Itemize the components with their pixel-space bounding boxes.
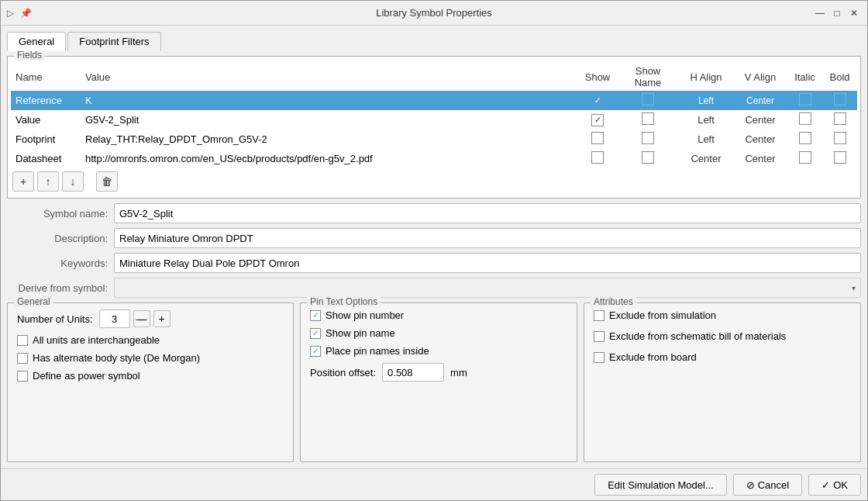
bold-checkbox[interactable] bbox=[834, 151, 846, 164]
exclude-board-label[interactable]: Exclude from board bbox=[594, 351, 697, 363]
show-pin-number-checkbox[interactable] bbox=[310, 310, 321, 321]
units-input[interactable] bbox=[99, 309, 130, 328]
halign-text: Left bbox=[698, 114, 715, 126]
bold-checkbox[interactable] bbox=[834, 93, 846, 105]
field-show-name[interactable] bbox=[617, 110, 679, 130]
field-halign[interactable]: Left bbox=[679, 91, 733, 110]
interchangeable-checkbox[interactable] bbox=[17, 335, 28, 346]
field-show-name[interactable] bbox=[617, 130, 679, 149]
move-up-button[interactable]: ↑ bbox=[37, 171, 59, 192]
close-button[interactable]: ✕ bbox=[847, 6, 861, 20]
ok-button[interactable]: ✓ OK bbox=[808, 474, 861, 496]
italic-checkbox[interactable] bbox=[799, 132, 811, 144]
exclude-simulation-label[interactable]: Exclude from simulation bbox=[594, 309, 716, 321]
table-row[interactable]: Datasheet http://omronfs.omron.com/en_US… bbox=[11, 149, 857, 168]
position-offset-input[interactable] bbox=[382, 363, 444, 382]
maximize-button[interactable]: □ bbox=[830, 6, 844, 20]
add-field-button[interactable]: + bbox=[12, 171, 34, 192]
description-label: Description: bbox=[7, 233, 108, 244]
exclude-bom-checkbox[interactable] bbox=[594, 331, 604, 342]
field-italic[interactable] bbox=[787, 110, 822, 130]
valign-button[interactable]: Center bbox=[740, 94, 780, 108]
exclude-simulation-checkbox[interactable] bbox=[594, 310, 604, 321]
exclude-simulation-row: Exclude from simulation bbox=[594, 309, 851, 321]
show-checkbox[interactable] bbox=[591, 132, 604, 144]
table-row[interactable]: Value G5V-2_Split Left Center bbox=[11, 110, 857, 130]
bottom-sections: General Number of Units: — + All units a… bbox=[7, 302, 861, 462]
fields-group: Fields Name Value Show Show Name H Align… bbox=[7, 56, 861, 199]
delete-field-button[interactable]: 🗑 bbox=[96, 171, 118, 192]
field-valign[interactable]: Center bbox=[733, 149, 787, 168]
edit-simulation-button[interactable]: Edit Simulation Model... bbox=[594, 474, 727, 496]
tab-footprint-filters[interactable]: Footprint Filters bbox=[67, 32, 160, 51]
show-name-checkbox[interactable] bbox=[642, 132, 654, 144]
interchangeable-label[interactable]: All units are interchangeable bbox=[17, 334, 160, 346]
symbol-name-row: Symbol name: bbox=[7, 203, 861, 223]
symbol-name-input[interactable] bbox=[114, 203, 861, 223]
power-symbol-label[interactable]: Define as power symbol bbox=[17, 370, 140, 382]
exclude-board-checkbox[interactable] bbox=[594, 352, 604, 363]
exclude-board-row: Exclude from board bbox=[594, 351, 851, 363]
show-name-checkbox[interactable] bbox=[642, 151, 654, 164]
italic-checkbox[interactable] bbox=[799, 93, 811, 105]
tab-general[interactable]: General bbox=[7, 32, 66, 51]
show-checkbox[interactable] bbox=[591, 114, 604, 126]
table-row[interactable]: Footprint Relay_THT:Relay_DPDT_Omron_G5V… bbox=[11, 130, 857, 149]
field-bold[interactable] bbox=[822, 130, 857, 149]
alternate-body-label[interactable]: Has alternate body style (De Morgan) bbox=[17, 352, 200, 364]
table-row[interactable]: Reference K Left Center bbox=[11, 91, 857, 110]
units-decrement-button[interactable]: — bbox=[133, 310, 150, 327]
bold-checkbox[interactable] bbox=[834, 132, 846, 144]
bold-checkbox[interactable] bbox=[834, 112, 846, 125]
field-show-name[interactable] bbox=[617, 149, 679, 168]
derive-row: Derive from symbol: ▾ bbox=[7, 278, 861, 298]
field-bold[interactable] bbox=[822, 91, 857, 110]
italic-checkbox[interactable] bbox=[799, 112, 811, 125]
window-controls[interactable]: — □ ✕ bbox=[813, 6, 861, 20]
show-checkbox[interactable] bbox=[591, 95, 604, 107]
show-pin-name-checkbox[interactable] bbox=[310, 328, 321, 339]
exclude-board-text: Exclude from board bbox=[609, 351, 697, 363]
attributes-section-label: Attributes bbox=[591, 296, 636, 307]
field-italic[interactable] bbox=[787, 149, 822, 168]
exclude-bom-label[interactable]: Exclude from schematic bill of materials bbox=[594, 330, 786, 342]
show-checkbox[interactable] bbox=[591, 151, 604, 164]
power-symbol-checkbox[interactable] bbox=[17, 371, 28, 382]
field-show[interactable] bbox=[578, 110, 617, 130]
alternate-body-text: Has alternate body style (De Morgan) bbox=[33, 352, 200, 364]
field-show[interactable] bbox=[578, 91, 617, 110]
units-increment-button[interactable]: + bbox=[153, 310, 170, 327]
field-show[interactable] bbox=[578, 130, 617, 149]
field-italic[interactable] bbox=[787, 91, 822, 110]
field-halign[interactable]: Left bbox=[679, 110, 733, 130]
show-pin-name-label[interactable]: Show pin name bbox=[310, 327, 395, 339]
place-pin-inside-checkbox[interactable] bbox=[310, 346, 321, 357]
field-halign[interactable]: Left bbox=[679, 130, 733, 149]
show-pin-number-label[interactable]: Show pin number bbox=[310, 309, 404, 321]
description-input[interactable] bbox=[114, 228, 861, 248]
derive-input[interactable]: ▾ bbox=[114, 278, 861, 298]
field-halign[interactable]: Center bbox=[679, 149, 733, 168]
minimize-button[interactable]: — bbox=[813, 6, 827, 20]
field-italic[interactable] bbox=[787, 130, 822, 149]
keywords-input[interactable] bbox=[114, 253, 861, 273]
alternate-body-checkbox[interactable] bbox=[17, 353, 28, 364]
field-valign[interactable]: Center bbox=[733, 91, 787, 110]
fields-group-label: Fields bbox=[14, 50, 45, 60]
show-name-checkbox[interactable] bbox=[642, 112, 654, 125]
place-pin-inside-row: Place pin names inside bbox=[310, 345, 567, 357]
halign-button[interactable]: Left bbox=[692, 94, 720, 108]
place-pin-inside-label[interactable]: Place pin names inside bbox=[310, 345, 429, 357]
field-show-name[interactable] bbox=[617, 91, 679, 110]
move-down-button[interactable]: ↓ bbox=[62, 171, 84, 192]
field-valign[interactable]: Center bbox=[733, 110, 787, 130]
cancel-button[interactable]: ⊘ Cancel bbox=[733, 474, 802, 496]
units-spinner: — + bbox=[99, 309, 170, 328]
field-bold[interactable] bbox=[822, 110, 857, 130]
italic-checkbox[interactable] bbox=[799, 151, 811, 164]
field-bold[interactable] bbox=[822, 149, 857, 168]
field-valign[interactable]: Center bbox=[733, 130, 787, 149]
units-row: Number of Units: — + bbox=[17, 309, 284, 328]
field-show[interactable] bbox=[578, 149, 617, 168]
show-name-checkbox[interactable] bbox=[642, 93, 654, 105]
